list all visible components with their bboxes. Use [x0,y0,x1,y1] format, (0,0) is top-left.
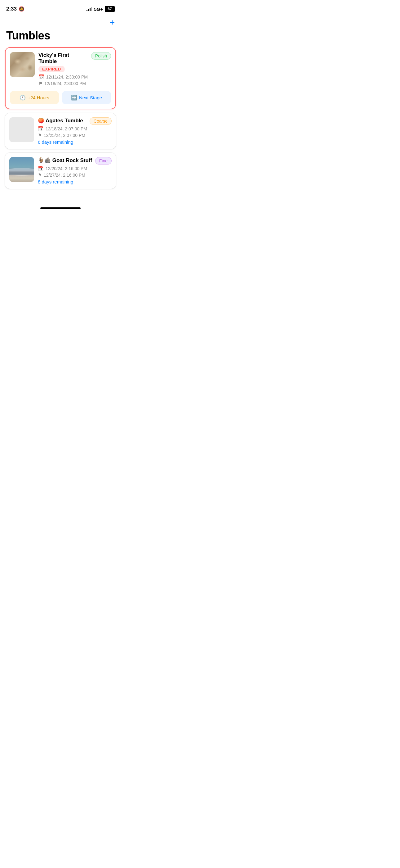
start-date-row: 📅 12/11/24, 2:33:00 PM [38,74,111,80]
card-agates-tumble[interactable]: 🍑 Agates Tumble Coarse 📅 12/18/24, 2:07:… [5,113,116,149]
calendar-icon: 📅 [38,166,44,172]
remaining-text: 8 days remaining [38,179,112,184]
next-stage-button[interactable]: ➡️ Next Stage [62,91,111,104]
expired-badge: EXPIRED [38,66,65,72]
start-date-row: 📅 12/18/24, 2:07:00 PM [38,126,112,132]
home-bar [40,207,80,209]
extend-button[interactable]: 🕐 +24 Hours [10,91,59,104]
card-actions: 🕐 +24 Hours ➡️ Next Stage [10,91,111,104]
card-top: 🐐🪨 Goat Rock Stuff Fine 📅 12/20/24, 2:16… [9,157,112,184]
card-goat-rock-stuff[interactable]: 🐐🪨 Goat Rock Stuff Fine 📅 12/20/24, 2:16… [5,153,116,189]
start-date-row: 📅 12/20/24, 2:16:00 PM [38,166,112,172]
agates-emoji: 🍑 [38,118,45,124]
end-date-row: ⚑ 12/18/24, 2:33:00 PM [38,81,111,86]
battery-indicator: 67 [105,6,115,12]
card-title: Vicky's First Tumble [38,52,89,65]
battery-container: 67 [105,6,115,12]
end-date: 12/18/24, 2:33:00 PM [44,81,86,86]
clock-icon: 🕐 [20,95,26,101]
calendar-icon: 📅 [38,126,44,132]
card-vicky-first-tumble[interactable]: Vicky's First Tumble Polish EXPIRED 📅 12… [5,47,116,109]
header: + [0,16,121,28]
goat-emoji: 🐐🪨 [38,157,53,163]
time-display: 2:33 [6,6,17,12]
remaining-text: 6 days remaining [38,140,112,145]
tumble-image-beach [9,157,34,182]
card-top: Vicky's First Tumble Polish EXPIRED 📅 12… [10,52,111,87]
home-indicator [0,201,121,211]
signal-bar-1 [87,10,88,11]
card-header-row: Vicky's First Tumble Polish [38,52,111,65]
card-header-row: 🐐🪨 Goat Rock Stuff Fine [38,157,112,164]
add-button[interactable]: + [110,18,115,27]
start-date: 12/11/24, 2:33:00 PM [46,74,88,80]
signal-bar-2 [88,9,89,11]
flag-icon: ⚑ [38,81,42,86]
card-content: 🍑 Agates Tumble Coarse 📅 12/18/24, 2:07:… [38,117,112,145]
status-right-section: 5G+ 67 [87,6,115,12]
end-date: 12/27/24, 2:16:00 PM [44,173,85,178]
network-label: 5G+ [94,6,103,12]
signal-bars [87,7,92,11]
tumble-image-rocks [10,52,35,77]
end-date: 12/25/24, 2:07:00 PM [44,133,85,138]
card-top: 🍑 Agates Tumble Coarse 📅 12/18/24, 2:07:… [9,117,112,145]
stage-badge-polish: Polish [91,52,111,60]
status-bar: 2:33 🔕 5G+ 67 [0,0,121,16]
card-header-row: 🍑 Agates Tumble Coarse [38,117,112,125]
stage-badge-coarse: Coarse [90,117,112,125]
agates-title-text: Agates Tumble [45,118,83,124]
end-date-row: ⚑ 12/27/24, 2:16:00 PM [38,172,112,178]
silent-icon: 🔕 [19,6,25,12]
tumble-image-placeholder [9,117,34,142]
signal-bar-4 [91,7,92,11]
end-date-row: ⚑ 12/25/24, 2:07:00 PM [38,132,112,138]
card-title: 🍑 Agates Tumble [38,117,87,124]
flag-icon: ⚑ [38,172,42,178]
next-icon: ➡️ [71,95,77,101]
cards-container: Vicky's First Tumble Polish EXPIRED 📅 12… [0,47,121,189]
calendar-icon: 📅 [38,74,44,80]
goat-title-text: Goat Rock Stuff [53,157,92,163]
card-content: 🐐🪨 Goat Rock Stuff Fine 📅 12/20/24, 2:16… [38,157,112,184]
signal-bar-3 [90,8,91,11]
card-title: 🐐🪨 Goat Rock Stuff [38,157,93,164]
battery-level: 67 [108,7,112,11]
page-title: Tumbles [0,28,121,47]
status-time-section: 2:33 🔕 [6,6,25,12]
stage-badge-fine: Fine [95,157,112,164]
flag-icon: ⚑ [38,132,42,138]
start-date: 12/20/24, 2:16:00 PM [45,166,87,171]
start-date: 12/18/24, 2:07:00 PM [45,126,87,131]
next-label: Next Stage [79,95,102,100]
card-content: Vicky's First Tumble Polish EXPIRED 📅 12… [38,52,111,87]
extend-label: +24 Hours [28,95,49,100]
